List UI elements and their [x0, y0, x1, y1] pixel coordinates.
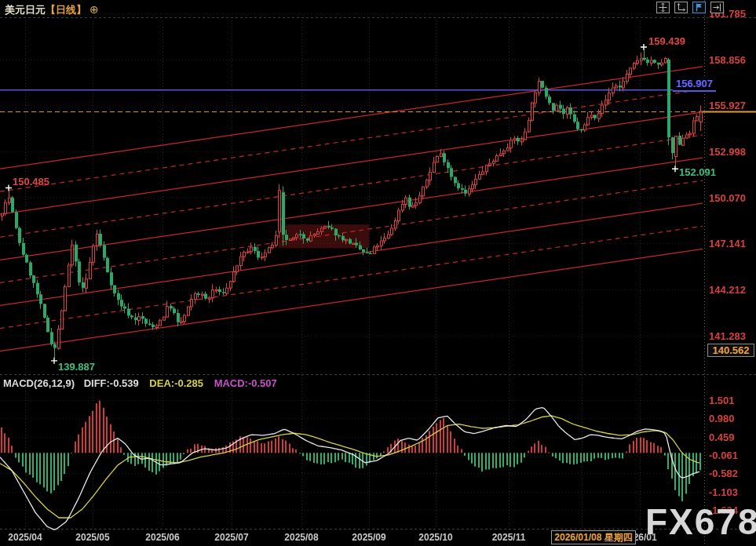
price-tick-label: 150.070 [709, 192, 746, 204]
price-mark-label: 150.485 [13, 176, 49, 187]
price-tick-label: 144.212 [709, 284, 746, 296]
macd-tick-label: -1.103 [709, 486, 738, 498]
alert-price-label[interactable]: 156.907 [673, 78, 716, 92]
trading-app-window: 美元日元【日线】⊕ 161.785158.856155.927152.99815… [0, 0, 756, 546]
pan-crosshair-icon[interactable] [656, 2, 670, 13]
macd-dea-value: DEA:-0.285 [149, 377, 203, 389]
time-tick-label: 2025/05 [75, 532, 109, 543]
macd-tick-label: 0.459 [709, 431, 735, 443]
price-tick-label: 141.283 [709, 330, 746, 342]
price-tick-label: 155.927 [709, 100, 746, 111]
time-tick-label: 2025/04 [8, 532, 42, 543]
price-tick-label: 152.998 [709, 146, 746, 158]
price-mark-label: 139.887 [58, 361, 95, 373]
macd-params: MACD(26,12,9) [3, 377, 75, 389]
macd-tick-label: 1.501 [709, 395, 735, 406]
macd-macd-value: MACD:-0.507 [214, 377, 277, 389]
cursor-date-tag: 2026/01/08 星期四 [551, 530, 636, 544]
flag-marker-icon[interactable] [692, 2, 706, 13]
add-indicator-icon[interactable]: ⊕ [89, 3, 99, 16]
macd-diff-value: DIFF:-0.539 [84, 377, 139, 389]
current-price-tag: 140.562 [707, 344, 754, 357]
price-tick-label: 147.141 [709, 238, 746, 249]
macd-tick-label: -0.582 [709, 468, 738, 479]
time-tick-label: 2025/06 [145, 532, 179, 543]
macd-tick-label: 0.980 [709, 413, 735, 424]
symbol-title: 美元日元 [5, 4, 46, 16]
price-mark-label: 152.091 [679, 166, 716, 178]
time-tick-label: 2025/11 [492, 532, 526, 543]
chart-header: 美元日元【日线】⊕ [5, 3, 99, 17]
axis-scale-icon[interactable] [674, 2, 688, 13]
fx678-watermark: FX678 [645, 500, 756, 543]
period-label: 【日线】 [46, 4, 86, 16]
price-tick-label: 158.856 [709, 54, 746, 66]
time-tick-label: 2025/07 [214, 532, 248, 543]
macd-header: MACD(26,12,9) DIFF:-0.539 DEA:-0.285 MAC… [3, 377, 277, 389]
price-macd-chart-canvas[interactable] [0, 0, 756, 546]
time-tick-label: 2025/08 [284, 532, 318, 543]
chart-toolbar [656, 2, 724, 13]
time-tick-label: 2025/09 [352, 532, 385, 543]
goto-latest-icon[interactable] [710, 2, 724, 13]
time-tick-label: 2025/10 [418, 532, 452, 543]
price-mark-label: 159.439 [648, 35, 685, 47]
macd-tick-label: -0.061 [709, 450, 738, 461]
